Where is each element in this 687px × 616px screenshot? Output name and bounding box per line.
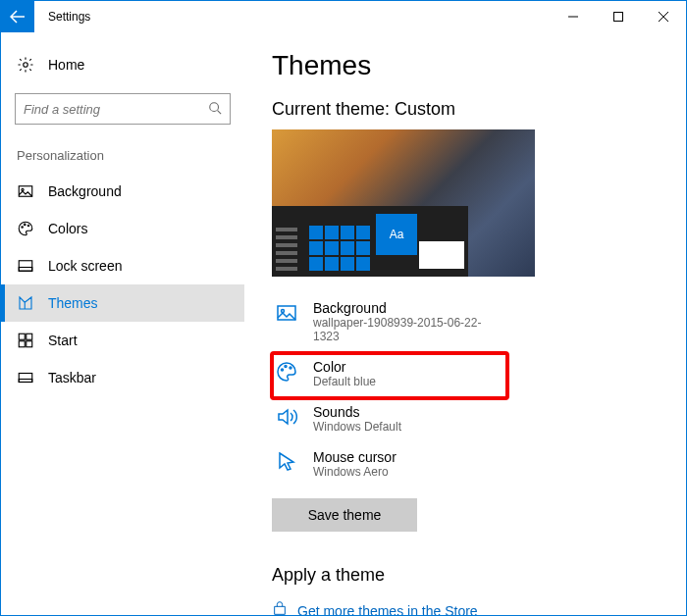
theme-option-background[interactable]: Background wallpaper-1908939-2015-06-22-…: [272, 294, 507, 353]
preview-accent-tile: Aa: [376, 214, 417, 255]
option-subtitle: Default blue: [313, 375, 376, 388]
svg-rect-14: [19, 374, 32, 383]
svg-rect-0: [614, 13, 623, 22]
sidebar-item-start[interactable]: Start: [1, 322, 244, 359]
sidebar-item-label: Themes: [48, 295, 98, 311]
svg-point-18: [282, 369, 284, 371]
store-icon: [272, 601, 288, 615]
titlebar: Settings: [1, 1, 686, 32]
svg-point-2: [210, 102, 219, 111]
search-icon: [208, 101, 222, 118]
settings-window: Settings Home Personalization: [0, 0, 687, 616]
svg-rect-11: [26, 334, 32, 339]
sidebar-item-label: Lock screen: [48, 258, 122, 274]
svg-point-20: [290, 367, 291, 369]
current-theme-label: Current theme: Custom: [272, 99, 659, 120]
picture-icon: [17, 182, 34, 200]
theme-option-sounds[interactable]: Sounds Windows Default: [272, 398, 507, 443]
option-title: Mouse cursor: [313, 449, 396, 465]
page-title: Themes: [272, 50, 659, 81]
sidebar-item-label: Taskbar: [48, 370, 96, 385]
close-button[interactable]: [641, 1, 686, 32]
sidebar-item-background[interactable]: Background: [1, 173, 244, 210]
sidebar-item-label: Background: [48, 183, 122, 199]
theme-option-cursor[interactable]: Mouse cursor Windows Aero: [272, 443, 507, 488]
theme-preview: Aa: [272, 129, 535, 277]
home-label: Home: [48, 57, 84, 73]
section-label: Personalization: [17, 148, 244, 163]
back-button[interactable]: [1, 1, 34, 32]
option-subtitle: Windows Default: [313, 420, 401, 434]
maximize-button[interactable]: [596, 1, 641, 32]
svg-rect-8: [19, 261, 32, 272]
start-icon: [17, 332, 34, 349]
option-subtitle: wallpaper-1908939-2015-06-22-1323: [313, 316, 505, 343]
store-link[interactable]: Get more themes in the Store: [272, 601, 659, 615]
svg-rect-12: [19, 341, 25, 347]
gear-icon: [17, 56, 34, 74]
palette-icon: [17, 220, 34, 237]
preview-window: [419, 241, 464, 269]
save-theme-button[interactable]: Save theme: [272, 498, 417, 532]
sidebar-item-themes[interactable]: Themes: [1, 284, 244, 322]
body: Home Personalization Background Colors L…: [1, 32, 686, 615]
window-title: Settings: [48, 10, 551, 24]
search-input[interactable]: [24, 102, 208, 117]
window-controls: [551, 1, 686, 32]
svg-point-5: [22, 227, 24, 229]
preview-tiles: [309, 226, 370, 271]
store-link-label: Get more themes in the Store: [297, 603, 478, 616]
apply-theme-heading: Apply a theme: [272, 565, 659, 586]
lockscreen-icon: [17, 257, 34, 275]
svg-rect-13: [26, 341, 32, 347]
arrow-left-icon: [10, 9, 26, 25]
svg-rect-10: [19, 334, 25, 339]
palette-icon: [274, 359, 299, 385]
preview-pinned: [276, 228, 297, 271]
svg-point-1: [24, 63, 28, 68]
sidebar-item-label: Colors: [48, 221, 87, 236]
sidebar-item-taskbar[interactable]: Taskbar: [1, 359, 244, 396]
search-input-wrapper[interactable]: [15, 93, 231, 125]
svg-point-19: [285, 366, 287, 368]
theme-option-color[interactable]: Color Default blue: [272, 353, 507, 398]
sound-icon: [274, 404, 299, 430]
option-title: Color: [313, 359, 376, 375]
home-link[interactable]: Home: [1, 50, 244, 79]
svg-point-6: [25, 224, 26, 226]
sidebar-item-lockscreen[interactable]: Lock screen: [1, 247, 244, 284]
svg-point-7: [27, 225, 29, 227]
picture-icon: [274, 300, 299, 326]
option-title: Sounds: [313, 404, 401, 420]
sidebar: Home Personalization Background Colors L…: [1, 32, 244, 615]
sidebar-item-colors[interactable]: Colors: [1, 210, 244, 247]
content: Themes Current theme: Custom Aa Backgrou…: [244, 32, 686, 615]
option-subtitle: Windows Aero: [313, 465, 396, 479]
sidebar-item-label: Start: [48, 333, 78, 348]
cursor-icon: [274, 449, 299, 475]
themes-icon: [17, 294, 34, 312]
option-title: Background: [313, 300, 505, 316]
svg-rect-15: [19, 380, 32, 383]
svg-rect-9: [19, 268, 32, 272]
taskbar-icon: [17, 369, 34, 386]
minimize-button[interactable]: [551, 1, 596, 32]
